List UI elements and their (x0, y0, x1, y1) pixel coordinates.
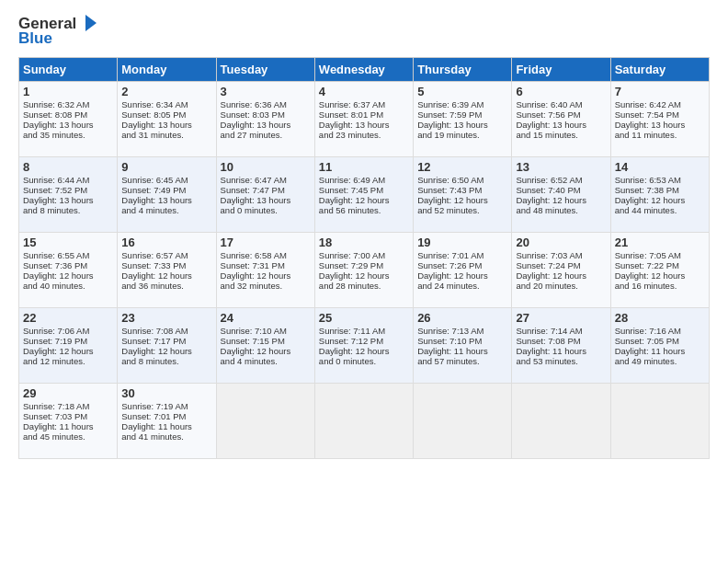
calendar-cell-17: 17Sunrise: 6:58 AMSunset: 7:31 PMDayligh… (216, 233, 314, 308)
calendar-header: General Blue (18, 15, 710, 48)
day-info: and 28 minutes. (319, 281, 409, 291)
day-info: Sunset: 7:54 PM (615, 109, 705, 120)
day-number: 14 (615, 160, 705, 174)
calendar-cell-7: 7Sunrise: 6:42 AMSunset: 7:54 PMDaylight… (610, 82, 709, 157)
day-info: Sunrise: 6:50 AM (417, 175, 507, 185)
day-info: and 19 minutes. (417, 130, 507, 140)
calendar-cell-28: 28Sunrise: 7:16 AMSunset: 7:05 PMDayligh… (610, 308, 709, 384)
day-number: 5 (417, 85, 507, 98)
day-info: Sunrise: 7:10 AM (221, 326, 311, 336)
day-info: Sunrise: 7:19 AM (121, 401, 211, 411)
calendar-cell-21: 21Sunrise: 7:05 AMSunset: 7:22 PMDayligh… (610, 233, 709, 308)
day-info: Sunrise: 6:32 AM (23, 99, 113, 109)
day-info: Sunrise: 7:16 AM (615, 326, 705, 336)
calendar-cell-22: 22Sunrise: 7:06 AMSunset: 7:19 PMDayligh… (19, 308, 118, 384)
weekday-header-sunday: Sunday (19, 58, 118, 82)
day-info: and 49 minutes. (615, 356, 705, 366)
day-info: Daylight: 13 hours (121, 195, 211, 205)
calendar-cell-6: 6Sunrise: 6:40 AMSunset: 7:56 PMDaylight… (512, 82, 610, 157)
day-info: and 4 minutes. (121, 205, 211, 215)
day-info: Sunrise: 6:36 AM (221, 99, 311, 109)
day-info: Sunset: 8:05 PM (121, 109, 211, 120)
day-info: Sunrise: 7:11 AM (319, 326, 409, 336)
svg-marker-0 (85, 15, 97, 31)
day-info: Daylight: 13 hours (417, 120, 507, 130)
calendar-cell-20: 20Sunrise: 7:03 AMSunset: 7:24 PMDayligh… (512, 233, 610, 308)
calendar-cell-empty (314, 384, 413, 459)
day-info: Daylight: 12 hours (319, 195, 409, 205)
day-info: Sunset: 7:03 PM (23, 411, 113, 421)
day-info: Sunrise: 7:01 AM (417, 250, 507, 260)
day-number: 11 (319, 160, 409, 174)
day-info: Daylight: 12 hours (221, 270, 311, 281)
calendar-cell-29: 29Sunrise: 7:18 AMSunset: 7:03 PMDayligh… (19, 384, 118, 459)
day-info: and 57 minutes. (417, 356, 507, 366)
calendar-cell-18: 18Sunrise: 7:00 AMSunset: 7:29 PMDayligh… (314, 233, 413, 308)
day-info: Sunset: 7:56 PM (516, 109, 606, 120)
day-info: Sunset: 7:52 PM (23, 185, 113, 195)
weekday-header-tuesday: Tuesday (216, 58, 314, 82)
day-info: Sunrise: 6:53 AM (615, 175, 705, 185)
day-info: and 24 minutes. (417, 281, 507, 291)
day-info: Daylight: 12 hours (319, 270, 409, 281)
day-info: and 48 minutes. (516, 205, 606, 215)
calendar-cell-10: 10Sunrise: 6:47 AMSunset: 7:47 PMDayligh… (216, 157, 314, 233)
day-number: 24 (221, 311, 311, 325)
day-info: Daylight: 13 hours (516, 120, 606, 130)
day-info: Sunset: 7:36 PM (23, 260, 113, 270)
day-info: and 36 minutes. (121, 281, 211, 291)
day-info: and 23 minutes. (319, 130, 409, 140)
day-number: 10 (221, 160, 311, 174)
day-number: 4 (319, 85, 409, 98)
calendar-week-3: 15Sunrise: 6:55 AMSunset: 7:36 PMDayligh… (19, 233, 710, 308)
day-info: Sunset: 7:43 PM (417, 185, 507, 195)
day-info: Daylight: 12 hours (516, 195, 606, 205)
day-info: and 35 minutes. (23, 130, 113, 140)
day-info: Daylight: 11 hours (121, 421, 211, 431)
calendar-cell-26: 26Sunrise: 7:13 AMSunset: 7:10 PMDayligh… (414, 308, 512, 384)
day-info: Sunset: 7:29 PM (319, 260, 409, 270)
day-info: Sunset: 7:26 PM (417, 260, 507, 270)
day-info: Daylight: 12 hours (319, 346, 409, 356)
day-number: 18 (319, 236, 409, 249)
calendar-cell-2: 2Sunrise: 6:34 AMSunset: 8:05 PMDaylight… (118, 82, 216, 157)
day-info: Sunrise: 6:47 AM (221, 175, 311, 185)
day-number: 21 (615, 236, 705, 249)
calendar-cell-3: 3Sunrise: 6:36 AMSunset: 8:03 PMDaylight… (216, 82, 314, 157)
day-info: Daylight: 13 hours (319, 120, 409, 130)
day-info: Sunrise: 6:49 AM (319, 175, 409, 185)
day-info: Daylight: 11 hours (417, 346, 507, 356)
day-info: Sunrise: 6:39 AM (417, 99, 507, 109)
day-info: Sunset: 8:08 PM (23, 109, 113, 120)
calendar-cell-24: 24Sunrise: 7:10 AMSunset: 7:15 PMDayligh… (216, 308, 314, 384)
calendar-week-5: 29Sunrise: 7:18 AMSunset: 7:03 PMDayligh… (19, 384, 710, 459)
day-info: Sunset: 7:45 PM (319, 185, 409, 195)
day-info: Sunrise: 7:18 AM (23, 401, 113, 411)
day-info: and 0 minutes. (221, 205, 311, 215)
day-info: Daylight: 11 hours (615, 346, 705, 356)
day-info: Daylight: 12 hours (615, 270, 705, 281)
day-info: Sunset: 7:10 PM (417, 336, 507, 346)
weekday-header-monday: Monday (118, 58, 216, 82)
calendar-cell-11: 11Sunrise: 6:49 AMSunset: 7:45 PMDayligh… (314, 157, 413, 233)
day-number: 30 (121, 386, 211, 400)
day-info: Sunset: 7:22 PM (615, 260, 705, 270)
day-info: Sunrise: 7:06 AM (23, 326, 113, 336)
day-info: and 40 minutes. (23, 281, 113, 291)
calendar-cell-15: 15Sunrise: 6:55 AMSunset: 7:36 PMDayligh… (19, 233, 118, 308)
day-number: 27 (516, 311, 606, 325)
day-info: and 15 minutes. (516, 130, 606, 140)
day-number: 17 (221, 236, 311, 249)
day-info: and 8 minutes. (23, 205, 113, 215)
day-number: 13 (516, 160, 606, 174)
day-info: Daylight: 13 hours (121, 120, 211, 130)
day-info: Sunrise: 6:58 AM (221, 250, 311, 260)
weekday-header-thursday: Thursday (414, 58, 512, 82)
day-info: Sunset: 7:59 PM (417, 109, 507, 120)
calendar-cell-14: 14Sunrise: 6:53 AMSunset: 7:38 PMDayligh… (610, 157, 709, 233)
calendar-cell-16: 16Sunrise: 6:57 AMSunset: 7:33 PMDayligh… (118, 233, 216, 308)
day-info: Sunset: 7:17 PM (121, 336, 211, 346)
day-info: Sunrise: 6:45 AM (121, 175, 211, 185)
day-info: and 27 minutes. (221, 130, 311, 140)
day-number: 28 (615, 311, 705, 325)
